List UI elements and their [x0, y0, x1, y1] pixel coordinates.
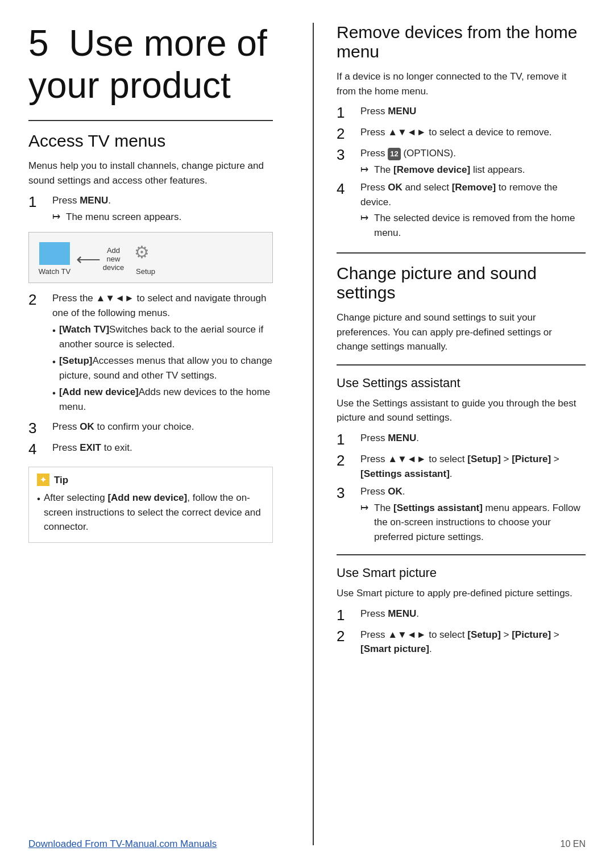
tip-label: Tip	[54, 473, 68, 488]
remove-devices-title: Remove devices from the home menu	[337, 23, 586, 61]
section-divider-4	[337, 554, 586, 555]
watch-tv-icon	[39, 242, 70, 265]
sp-step-2-text: Press ▲▼◄► to select [Setup] > [Picture]…	[360, 629, 559, 655]
sp-step-1: 1 Press MENU.	[337, 607, 586, 624]
right-column: Remove devices from the home menu If a d…	[313, 23, 586, 845]
page-footer: Downloaded From TV-Manual.com Manuals 10…	[28, 838, 586, 850]
sp-step-2: 2 Press ▲▼◄► to select [Setup] > [Pictur…	[337, 628, 586, 657]
step-1-result: ↦ The menu screen appears.	[52, 210, 273, 225]
step-2: 2 Press the ▲▼◄► to select and navigate …	[28, 291, 273, 416]
sa-step-3-text: Press OK.	[360, 486, 405, 497]
tip-header: ✦ Tip	[37, 473, 264, 488]
smart-picture-intro: Use Smart picture to apply pre-defined p…	[337, 586, 586, 601]
section-divider-3	[337, 364, 586, 366]
step-3: 3 Press OK to confirm your choice.	[28, 420, 273, 437]
chapter-title: 5 Use more ofyour product	[28, 23, 273, 106]
sa-step-2-text: Press ▲▼◄► to select [Setup] > [Picture]…	[360, 454, 559, 479]
tip-text: After selecting [Add new device], follow…	[44, 491, 264, 534]
tip-star-icon: ✦	[37, 474, 49, 486]
access-tv-steps: 1 Press MENU. ↦ The menu screen appears.	[28, 193, 273, 224]
settings-assistant-steps: 1 Press MENU. 2 Press ▲▼◄► to select [Se…	[337, 431, 586, 544]
step-4: 4 Press EXIT to exit.	[28, 441, 273, 458]
remove-step-2: 2 Press ▲▼◄► to select a device to remov…	[337, 125, 586, 143]
remove-step-1-text: Press MENU	[360, 106, 416, 117]
access-tv-intro: Menus help you to install channels, chan…	[28, 159, 273, 188]
sa-step-2: 2 Press ▲▼◄► to select [Setup] > [Pictur…	[337, 452, 586, 481]
remove-step-3-result: ↦ The [Remove device] list appears.	[360, 163, 586, 177]
remove-step-2-text: Press ▲▼◄► to select a device to remove.	[360, 127, 552, 138]
options-badge: 12	[388, 148, 400, 160]
bullet-add-device: • [Add new device]Adds new devices to th…	[52, 385, 273, 414]
remove-step-4-result: ↦ The selected device is removed from th…	[360, 211, 586, 240]
smart-picture-steps: 1 Press MENU. 2 Press ▲▼◄► to select [Se…	[337, 607, 586, 657]
access-tv-steps-2-4: 2 Press the ▲▼◄► to select and navigate …	[28, 291, 273, 458]
settings-assistant-intro: Use the Settings assistant to guide you …	[337, 396, 586, 425]
bullet-watch-tv: • [Watch TV]Switches back to the aerial …	[52, 322, 273, 351]
remove-step-1: 1 Press MENU	[337, 104, 586, 122]
watch-tv-menu-item: Watch TV	[35, 242, 74, 276]
sp-step-1-text: Press MENU.	[360, 608, 419, 619]
remove-step-4: 4 Press OK and select [Remove] to remove…	[337, 180, 586, 240]
sa-step-3: 3 Press OK. ↦ The [Settings assistant] m…	[337, 484, 586, 544]
remove-devices-steps: 1 Press MENU 2 Press ▲▼◄► to select a de…	[337, 104, 586, 240]
change-picture-intro: Change picture and sound settings to sui…	[337, 310, 586, 354]
tip-item: • After selecting [Add new device], foll…	[37, 491, 264, 534]
remove-devices-intro: If a device is no longer connected to th…	[337, 69, 586, 98]
step-1-text: Press MENU.	[52, 195, 111, 206]
remove-step-3: 3 Press 12 (OPTIONS). ↦ The [Remove devi…	[337, 146, 586, 177]
step-1: 1 Press MENU. ↦ The menu screen appears.	[28, 193, 273, 224]
sa-step-1-text: Press MENU.	[360, 433, 419, 443]
footer-link[interactable]: Downloaded From TV-Manual.com Manuals	[28, 838, 217, 850]
tv-menu-illustration: Watch TV ⟵ Add new device ⚙ Setup	[28, 232, 273, 283]
setup-menu-item: ⚙ Setup	[126, 242, 165, 276]
left-column: 5 Use more ofyour product Access TV menu…	[28, 23, 290, 845]
bullet-setup: • [Setup]Accesses menus that allow you t…	[52, 354, 273, 383]
tip-list: • After selecting [Add new device], foll…	[37, 491, 264, 534]
step-2-text: Press the ▲▼◄► to select and navigate th…	[52, 293, 266, 318]
step-4-text: Press EXIT to exit.	[52, 442, 132, 453]
step-3-text: Press OK to confirm your choice.	[52, 421, 194, 432]
menu-sub-bullets: • [Watch TV]Switches back to the aerial …	[52, 322, 273, 414]
add-device-arrow-icon: ⟵	[76, 249, 101, 269]
settings-assistant-title: Use Settings assistant	[337, 376, 586, 391]
tip-box: ✦ Tip • After selecting [Add new device]…	[28, 467, 273, 543]
access-tv-menus-title: Access TV menus	[28, 131, 273, 151]
section-divider	[28, 120, 273, 121]
gear-icon: ⚙	[134, 242, 157, 265]
remove-step-3-text: Press 12 (OPTIONS).	[360, 148, 456, 159]
remove-step-4-text: Press OK and select [Remove] to remove t…	[360, 182, 558, 207]
page-number: 10 EN	[561, 839, 586, 849]
chapter-number: 5	[28, 23, 49, 64]
add-device-menu-item: ⟵ Add new device	[85, 247, 115, 270]
smart-picture-title: Use Smart picture	[337, 566, 586, 580]
section-divider-2	[337, 252, 586, 254]
change-picture-title: Change picture and sound settings	[337, 264, 586, 302]
sa-step-3-result: ↦ The [Settings assistant] menu appears.…	[360, 501, 586, 545]
sa-step-1: 1 Press MENU.	[337, 431, 586, 448]
